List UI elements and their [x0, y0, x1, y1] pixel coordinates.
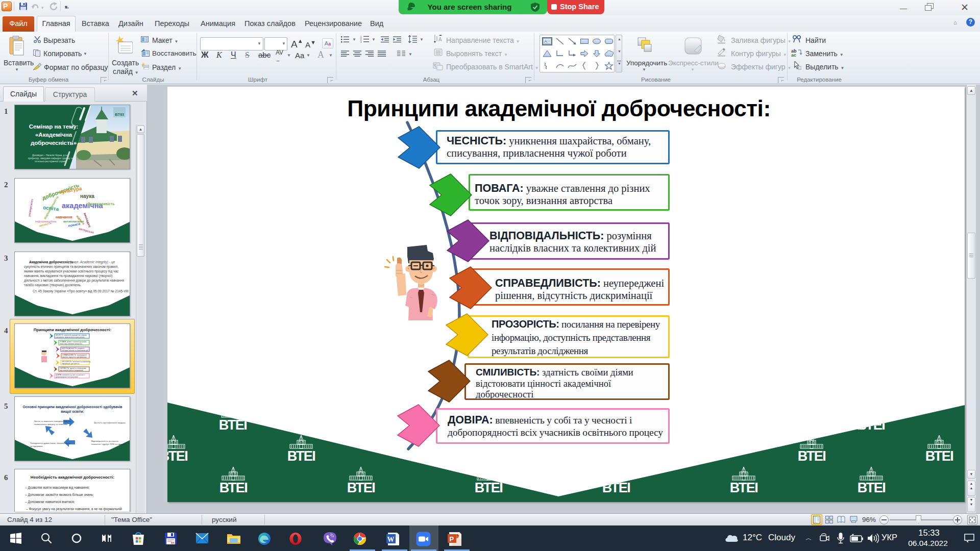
svg-text:ВТЕІ: ВТЕІ [115, 112, 124, 117]
svg-text:– Дозволяє взяти максимум від: – Дозволяє взяти максимум від навчання; [25, 486, 89, 490]
svg-text:Академічна доброчесність: Академічна доброчесність [29, 260, 73, 264]
svg-text:«Академічна: «Академічна [35, 132, 72, 138]
svg-text:якими мають керуватися учасник: якими мають керуватися учасники освітньо… [24, 269, 119, 273]
svg-text:відстоювати цінності академічн: відстоювати цінності академічної [60, 369, 83, 371]
svg-text:ас: ас [791, 53, 796, 57]
svg-text:P: P [450, 535, 454, 543]
svg-text:– Допомагає засвоїти якомога б: – Допомагає засвоїти якомога більше знан… [25, 493, 94, 497]
svg-text:W: W [387, 536, 395, 543]
svg-text:добропорядності всіх учасників: добропорядності всіх учасників [56, 376, 78, 378]
svg-text:Принципи академічної доброчесн: Принципи академічної доброчесності: [34, 328, 111, 332]
svg-text:навчального процесу та іспитам: навчального процесу та іспитами [34, 423, 67, 425]
svg-text:навчання: навчання [56, 215, 72, 219]
svg-text:Відповідальність за власне: Відповідальність за власне [91, 440, 119, 442]
svg-text:інформацію, доступність: інформацію, доступність [62, 363, 80, 365]
svg-text:Чесність при виконанні завдань: Чесність при виконанні завдань [94, 421, 126, 424]
svg-text:(англ. Academic integrity) - ц: (англ. Academic integrity) - це [70, 260, 115, 264]
svg-text:точок зору, визнання авторства: точок зору, визнання авторства [60, 343, 82, 345]
svg-text:навчання, викладання та провад: навчання, викладання та провадження наук… [24, 274, 112, 278]
svg-text:професор, завідувач кафедри ту: професор, завідувач кафедри туризму та [28, 157, 74, 160]
svg-text:навчання і здобуті ЗУН та сфор: навчання і здобуті ЗУН та сформо [91, 443, 126, 445]
svg-text:Чесна та моральна поведінка пі: Чесна та моральна поведінка під час [34, 420, 71, 422]
svg-text:справедливість: справедливість [86, 202, 115, 206]
svg-text:– Допомагає навчитися вчитися;: – Допомагає навчитися вчитися; [25, 500, 75, 504]
svg-text:та/або наукових (творчих) дося: та/або наукових (творчих) досягнень. [24, 283, 82, 287]
svg-text:Толерування думок інших, взаєм: Толерування думок інших, взаємоповага [30, 442, 71, 444]
svg-text:Семінар на тему:: Семінар на тему: [29, 123, 79, 130]
svg-text:3: 3 [360, 41, 362, 43]
svg-text:64: 64 [171, 541, 175, 544]
svg-text:A: A [438, 37, 442, 42]
svg-text:Доповідач – Наталія Чорна, д.і: Доповідач – Наталія Чорна, д.і.н., [32, 154, 69, 157]
svg-text:– Фокусує увагу на результатах: – Фокусує увагу на результатах навчання,… [26, 507, 122, 511]
svg-text:Ст. 45 Закону України «Про осв: Ст. 45 Закону України «Про освіту» від 0… [33, 289, 129, 293]
svg-text:рішення, відсутність дискримін: рішення, відсутність дискримінації [62, 356, 87, 358]
svg-text:готельно-ресторанної справи: готельно-ресторанної справи [35, 160, 67, 163]
svg-text:наука: наука [80, 193, 94, 199]
svg-text:Необхідність академічної добро: Необхідність академічної доброчесності: [31, 475, 114, 480]
svg-text:та підтримка: та підтримка [30, 445, 43, 447]
svg-text:сукупність етичних принципів т: сукупність етичних принципів та визначен… [24, 265, 118, 269]
svg-text:списування, привласнення чужої: списування, привласнення чужої роботи [56, 336, 85, 338]
svg-text:A: A [544, 39, 547, 44]
svg-text:доброчесність»: доброчесність» [31, 140, 77, 146]
svg-text:діяльності з метою забезпеченн: діяльності з метою забезпечення довіри д… [24, 279, 125, 283]
svg-text:наслідків власних та колективн: наслідків власних та колективних дій [62, 349, 88, 352]
svg-text:вищої освіти:: вищої освіти: [61, 410, 84, 414]
svg-text:Основні принципи академічної д: Основні принципи академічної доброчеснос… [22, 405, 122, 409]
